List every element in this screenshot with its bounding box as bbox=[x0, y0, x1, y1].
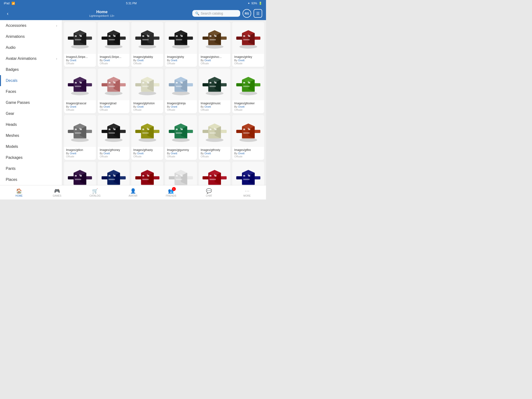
item-creator: By Onett bbox=[133, 105, 161, 108]
svg-rect-236 bbox=[243, 175, 245, 177]
svg-point-30 bbox=[172, 45, 190, 49]
svg-rect-46 bbox=[209, 35, 211, 37]
sidebar-item-decals[interactable]: Decals bbox=[0, 75, 62, 86]
svg-point-100 bbox=[206, 91, 223, 95]
item-creator: By Onett bbox=[133, 152, 161, 155]
catalog-item[interactable]: Images/LStripe... By Onett Offsale bbox=[64, 22, 96, 67]
sidebar-item-animations[interactable]: Animations bbox=[0, 31, 62, 42]
nav-item-catalog[interactable]: 🛒 CATALOG bbox=[76, 186, 114, 199]
catalog-item[interactable]: Images/gt... By Onett Offsale bbox=[131, 162, 163, 185]
sidebar-item-places[interactable]: Places bbox=[0, 174, 62, 185]
robux-button[interactable]: RS bbox=[243, 9, 251, 18]
sidebar-item-avatar-animations[interactable]: Avatar Animations › bbox=[0, 53, 62, 64]
search-bar[interactable]: 🔍 Search catalog bbox=[192, 10, 240, 17]
svg-rect-78 bbox=[109, 86, 115, 87]
sidebar-item-gear[interactable]: Gear bbox=[0, 108, 62, 119]
catalog-item[interactable]: Images/gtshy By Onett Offsale bbox=[165, 22, 197, 67]
nav-label-friends: FRIENDS bbox=[166, 195, 176, 197]
creator-link[interactable]: Onett bbox=[171, 152, 177, 155]
catalog-item[interactable]: Images/gtriley By Onett Offsale bbox=[232, 22, 264, 67]
sidebar-item-faces[interactable]: Faces bbox=[0, 86, 62, 97]
item-price: Offsale bbox=[66, 62, 94, 65]
catalog-item[interactable]: Images/gt... By Onett Offsale bbox=[64, 162, 96, 185]
sidebar-item-models[interactable]: Models bbox=[0, 141, 62, 152]
item-name: Images/LStripe... bbox=[66, 55, 94, 59]
sidebar-item-audio[interactable]: Audio bbox=[0, 42, 62, 53]
page-subtitle: LightningstrikerII: 13+ bbox=[89, 14, 114, 17]
creator-link[interactable]: Onett bbox=[204, 152, 211, 155]
catalog-item[interactable]: Images/gt... By Onett Offsale bbox=[199, 162, 231, 185]
catalog-item[interactable]: Images/gtlooker By Onett Offsale bbox=[232, 69, 264, 113]
catalog-item[interactable]: Images/gtninja By Onett Offsale bbox=[165, 69, 197, 113]
creator-link[interactable]: Onett bbox=[104, 152, 110, 155]
sidebar-item-pants[interactable]: Pants bbox=[0, 163, 62, 174]
item-creator: By Onett bbox=[201, 59, 229, 62]
svg-rect-76 bbox=[109, 82, 111, 83]
svg-rect-32 bbox=[187, 37, 193, 40]
catalog-item[interactable]: Images/gt... By Onett Offsale bbox=[232, 162, 264, 185]
menu-button[interactable]: ☰ bbox=[253, 9, 262, 18]
nav-item-games[interactable]: 🎮 GAMES bbox=[38, 186, 76, 199]
creator-link[interactable]: Onett bbox=[171, 59, 177, 62]
sidebar-item-label: Decals bbox=[6, 78, 18, 83]
catalog-item[interactable]: Images/gtmusic By Onett Offsale bbox=[199, 69, 231, 113]
catalog-item[interactable]: Images/gtshoc... By Onett Offsale bbox=[199, 22, 231, 67]
svg-rect-176 bbox=[243, 128, 245, 130]
creator-link[interactable]: Onett bbox=[238, 105, 244, 108]
catalog-item[interactable]: Images/gtlion By Onett Offsale bbox=[64, 115, 96, 160]
svg-rect-232 bbox=[254, 176, 260, 179]
catalog-item[interactable]: Images/gtfire By Onett Offsale bbox=[232, 115, 264, 160]
item-thumbnail bbox=[64, 162, 96, 185]
creator-link[interactable]: Onett bbox=[171, 105, 177, 108]
item-name: Images/LStripe... bbox=[100, 55, 128, 59]
catalog-item[interactable]: Images/LStripe... By Onett Offsale bbox=[98, 22, 130, 67]
creator-link[interactable]: Onett bbox=[137, 152, 144, 155]
sidebar-item-packages[interactable]: Packages bbox=[0, 152, 62, 163]
catalog-item[interactable]: Images/gtrad By Onett Offsale bbox=[98, 69, 130, 113]
catalog-item[interactable]: Images/gttabby By Onett Offsale bbox=[131, 22, 163, 67]
creator-link[interactable]: Onett bbox=[104, 105, 110, 108]
svg-rect-186 bbox=[75, 175, 77, 177]
sidebar-item-meshes[interactable]: Meshes bbox=[0, 130, 62, 141]
catalog-item[interactable]: Images/gtphoton By Onett Offsale bbox=[131, 69, 163, 113]
creator-link[interactable]: Onett bbox=[204, 105, 211, 108]
svg-rect-111 bbox=[236, 83, 243, 86]
svg-rect-201 bbox=[135, 176, 142, 179]
svg-rect-72 bbox=[119, 83, 126, 86]
sidebar-item-heads[interactable]: Heads bbox=[0, 119, 62, 130]
creator-link[interactable]: Onett bbox=[70, 152, 76, 155]
search-placeholder: Search catalog bbox=[201, 12, 223, 15]
back-button[interactable]: ‹ bbox=[4, 10, 12, 17]
nav-label-more: MORE bbox=[244, 195, 251, 197]
nav-item-avatar[interactable]: 👤 AVATAR bbox=[114, 186, 152, 199]
sidebar-item-accessories[interactable]: Accessories › bbox=[0, 20, 62, 31]
nav-item-home[interactable]: 🏠 HOME bbox=[0, 186, 38, 199]
catalog-area: Images/LStripe... By Onett Offsale bbox=[62, 20, 266, 185]
item-thumbnail bbox=[98, 115, 130, 147]
creator-link[interactable]: Onett bbox=[137, 105, 144, 108]
creator-link[interactable]: Onett bbox=[204, 59, 211, 62]
nav-item-chat[interactable]: 💬 CHAT bbox=[190, 186, 228, 199]
svg-rect-198 bbox=[109, 179, 115, 180]
catalog-item[interactable]: Images/gtrascal By Onett Offsale bbox=[64, 69, 96, 113]
catalog-item[interactable]: Images/gtfrosty By Onett Offsale bbox=[199, 115, 231, 160]
svg-rect-1 bbox=[68, 37, 74, 40]
sidebar-item-game-passes[interactable]: Game Passes bbox=[0, 97, 62, 108]
catalog-item[interactable]: Images/gt... By Onett Offsale bbox=[98, 162, 130, 185]
nav-item-friends[interactable]: 👥 1 FRIENDS bbox=[152, 186, 190, 199]
creator-link[interactable]: Onett bbox=[70, 105, 76, 108]
sidebar-item-badges[interactable]: Badges bbox=[0, 64, 62, 75]
creator-link[interactable]: Onett bbox=[137, 59, 144, 62]
creator-link[interactable]: Onett bbox=[238, 152, 244, 155]
catalog-item[interactable]: Images/gthoney By Onett Offsale bbox=[98, 115, 130, 160]
catalog-item[interactable]: Images/gthasty By Onett Offsale bbox=[131, 115, 163, 160]
catalog-item[interactable]: Images/gtgummy By Onett Offsale bbox=[165, 115, 197, 160]
creator-link[interactable]: Onett bbox=[238, 59, 244, 62]
bottom-nav: 🏠 HOME 🎮 GAMES 🛒 CATALOG 👤 AVATAR 👥 1 FR… bbox=[0, 185, 266, 200]
creator-link[interactable]: Onett bbox=[70, 59, 76, 62]
catalog-item[interactable]: Images/gt... By Onett Offsale bbox=[165, 162, 197, 185]
creator-link[interactable]: Onett bbox=[104, 59, 110, 62]
nav-item-more[interactable]: ⋯ MORE bbox=[228, 186, 266, 199]
svg-rect-228 bbox=[209, 179, 216, 180]
item-info: Images/gtshoc... By Onett Offsale bbox=[199, 54, 231, 67]
